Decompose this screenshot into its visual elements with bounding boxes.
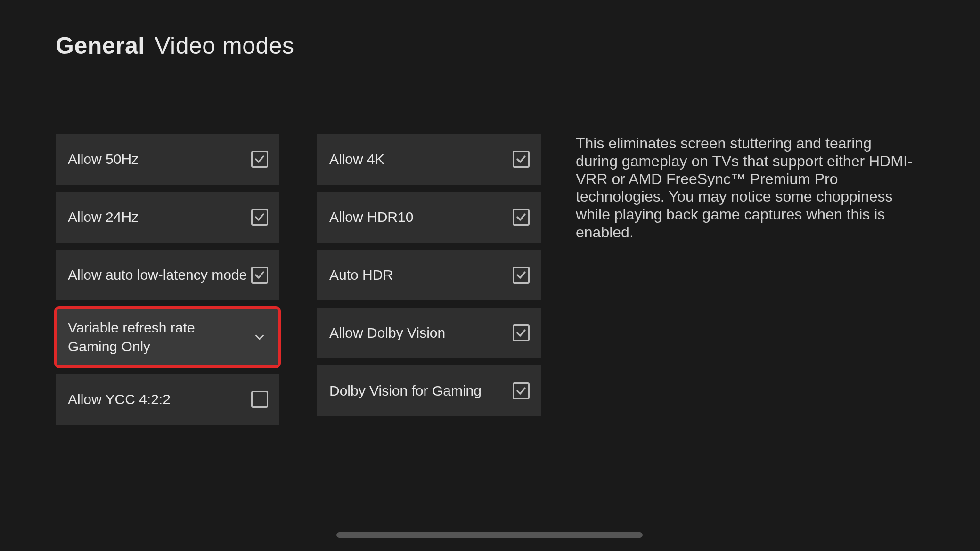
checkbox-icon[interactable] — [251, 267, 268, 284]
settings-column-left: Allow 50HzAllow 24HzAllow auto low-laten… — [56, 134, 279, 425]
setting-label: Dolby Vision for Gaming — [329, 383, 482, 399]
setting-allow-ycc-422[interactable]: Allow YCC 4:2:2 — [56, 374, 279, 425]
setting-allow-50hz[interactable]: Allow 50Hz — [56, 134, 279, 185]
settings-grid: Allow 50HzAllow 24HzAllow auto low-laten… — [56, 134, 541, 425]
setting-label: Allow YCC 4:2:2 — [68, 391, 171, 407]
checkbox-icon[interactable] — [251, 391, 268, 408]
setting-dolby-vision-gaming[interactable]: Dolby Vision for Gaming — [317, 365, 541, 416]
setting-vrr[interactable]: Variable refresh rateGaming Only — [56, 308, 279, 367]
horizontal-scrollbar[interactable] — [336, 532, 643, 538]
checkbox-icon[interactable] — [513, 382, 530, 399]
chevron-down-icon — [251, 329, 268, 346]
setting-label: Auto HDR — [329, 267, 393, 283]
checkbox-icon[interactable] — [251, 151, 268, 168]
header-page: Video modes — [155, 32, 294, 59]
setting-label: Allow Dolby Vision — [329, 325, 445, 341]
checkbox-icon[interactable] — [513, 267, 530, 284]
setting-allow-4k[interactable]: Allow 4K — [317, 134, 541, 185]
setting-label: Allow 24Hz — [68, 209, 139, 225]
setting-label: Allow 50Hz — [68, 151, 139, 167]
checkbox-icon[interactable] — [513, 209, 530, 226]
setting-description: This eliminates screen stuttering and te… — [576, 135, 915, 242]
settings-column-right: Allow 4KAllow HDR10Auto HDRAllow Dolby V… — [317, 134, 541, 425]
setting-label: Allow HDR10 — [329, 209, 413, 225]
setting-auto-hdr[interactable]: Auto HDR — [317, 250, 541, 300]
setting-allow-24hz[interactable]: Allow 24Hz — [56, 192, 279, 243]
setting-value: Gaming Only — [68, 339, 195, 355]
setting-label: Allow auto low-latency mode — [68, 267, 247, 283]
page-header: General Video modes — [56, 32, 294, 59]
checkbox-icon[interactable] — [513, 151, 530, 168]
header-section: General — [56, 32, 145, 59]
setting-allow-allm[interactable]: Allow auto low-latency mode — [56, 250, 279, 300]
setting-allow-dolby-vision[interactable]: Allow Dolby Vision — [317, 308, 541, 358]
checkbox-icon[interactable] — [251, 209, 268, 226]
setting-label: Variable refresh rate — [68, 320, 195, 336]
setting-label: Allow 4K — [329, 151, 384, 167]
checkbox-icon[interactable] — [513, 324, 530, 341]
setting-allow-hdr10[interactable]: Allow HDR10 — [317, 192, 541, 243]
